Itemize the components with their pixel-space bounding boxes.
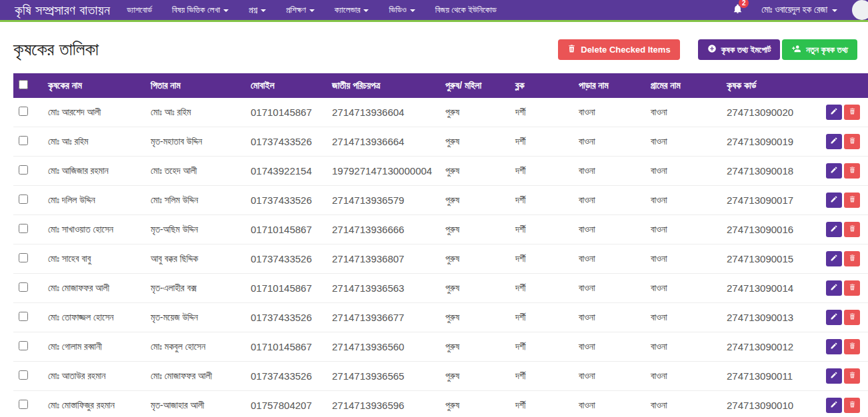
- delete-row-button[interactable]: [844, 251, 860, 266]
- top-navbar: কৃষি সম্প্রসারণ বাতায়ন ড্যাশবোর্ড বিষয়…: [0, 0, 868, 22]
- user-name: মোঃ ওবায়েদুল হক রেজা: [761, 5, 827, 15]
- farmer-card-cell: 274713090015: [721, 244, 817, 274]
- edit-row-button[interactable]: [826, 339, 842, 354]
- gender-cell: পুরুষ: [440, 362, 510, 391]
- mobile-cell: 01737433526: [245, 303, 327, 332]
- row-checkbox[interactable]: [19, 282, 28, 292]
- edit-row-button[interactable]: [826, 134, 842, 149]
- trash-icon: [849, 312, 856, 322]
- row-checkbox[interactable]: [19, 224, 28, 233]
- delete-row-button[interactable]: [844, 398, 860, 413]
- column-header: ব্লক: [510, 73, 573, 98]
- notifications-button[interactable]: 2: [733, 3, 743, 17]
- new-farmer-label: নতুন কৃষক তথ্য: [806, 45, 848, 55]
- para-cell: বাওনা: [573, 244, 645, 274]
- nav-item[interactable]: ভিডিও: [379, 5, 425, 15]
- trash-icon: [849, 254, 856, 264]
- nid-cell: 2714713936664: [327, 127, 440, 157]
- edit-row-button[interactable]: [826, 310, 842, 325]
- delete-row-button[interactable]: [844, 193, 860, 208]
- row-checkbox[interactable]: [19, 341, 28, 350]
- delete-row-button[interactable]: [844, 163, 860, 179]
- father-name-cell: মোঃ আঃ রহিম: [145, 98, 245, 127]
- table-row: মোঃ গোলাম রব্বানী মোঃ মকবুল হোসেন 017101…: [13, 332, 868, 362]
- row-select-cell: [13, 157, 43, 186]
- mobile-cell: 01710145867: [245, 98, 327, 127]
- gender-cell: পুরুষ: [440, 127, 510, 157]
- delete-row-button[interactable]: [844, 134, 860, 149]
- row-actions: [817, 215, 868, 244]
- delete-row-button[interactable]: [844, 105, 860, 120]
- row-checkbox[interactable]: [19, 253, 28, 262]
- para-cell: বাওনা: [573, 391, 645, 417]
- delete-row-button[interactable]: [844, 310, 860, 325]
- import-farmers-button[interactable]: কৃষক তথ্য ইমপোর্ট: [698, 39, 781, 60]
- edit-row-button[interactable]: [826, 398, 842, 413]
- edit-row-button[interactable]: [826, 163, 842, 179]
- trash-icon: [567, 44, 576, 55]
- row-checkbox[interactable]: [19, 107, 28, 116]
- user-menu[interactable]: মোঃ ওবায়েদুল হক রেজা: [761, 5, 837, 15]
- avatar[interactable]: [852, 0, 868, 20]
- column-header: গ্রামের নাম: [645, 73, 721, 98]
- mobile-cell: 01737433526: [245, 127, 327, 157]
- nav-item[interactable]: বিষয় ভিত্তিক লেখা: [162, 5, 239, 15]
- edit-row-button[interactable]: [826, 368, 842, 384]
- village-cell: বাওনা: [645, 391, 721, 417]
- row-checkbox[interactable]: [19, 400, 28, 409]
- chevron-down-icon: [309, 9, 315, 12]
- edit-row-button[interactable]: [826, 222, 842, 237]
- edit-row-button[interactable]: [826, 280, 842, 296]
- edit-row-button[interactable]: [826, 251, 842, 266]
- father-name-cell: মোঃ মকবুল হোসেন: [145, 332, 245, 362]
- new-farmer-button[interactable]: নতুন কৃষক তথ্য: [782, 39, 857, 60]
- row-checkbox[interactable]: [19, 165, 28, 175]
- edit-icon: [830, 283, 838, 293]
- table-row: মোঃ তোফাজ্জল হোসেন মৃত-ময়েজ উদ্দিন 0173…: [13, 303, 868, 332]
- column-header: পুরুষ/ মহিলা: [440, 73, 510, 98]
- edit-icon: [830, 400, 838, 410]
- farmer-card-cell: 274713090016: [721, 215, 817, 244]
- row-checkbox[interactable]: [19, 136, 28, 145]
- nid-cell: 2714713936560: [327, 332, 440, 362]
- table-row: মোঃ সাহেব বাবু আবু বক্কর ছিদ্দিক 0173743…: [13, 244, 868, 274]
- table-header-row: কৃষকের নামপিতার নামমোবাইলজাতীয় পরিচয়পত…: [13, 73, 868, 98]
- row-checkbox[interactable]: [19, 195, 28, 204]
- para-cell: বাওনা: [573, 274, 645, 303]
- row-checkbox[interactable]: [19, 312, 28, 321]
- edit-row-button[interactable]: [826, 105, 842, 120]
- mobile-cell: 01710145867: [245, 332, 327, 362]
- table-row: মোঃ আরশেদ আলী মোঃ আঃ রহিম 01710145867 27…: [13, 98, 868, 127]
- delete-checked-button[interactable]: Delete Checked Items: [558, 39, 679, 60]
- father-name-cell: মৃত-ময়েজ উদ্দিন: [145, 303, 245, 332]
- nid-cell: 2714713936677: [327, 303, 440, 332]
- nav-item[interactable]: প্রশ্ন: [239, 5, 276, 15]
- delete-row-button[interactable]: [844, 222, 860, 237]
- trash-icon: [849, 400, 856, 410]
- row-checkbox[interactable]: [19, 370, 28, 380]
- row-select-cell: [13, 332, 43, 362]
- select-all-checkbox[interactable]: [19, 80, 28, 89]
- gender-cell: পুরুষ: [440, 303, 510, 332]
- delete-row-button[interactable]: [844, 339, 860, 354]
- nav-item[interactable]: প্রশিক্ষণ: [276, 5, 325, 15]
- delete-row-button[interactable]: [844, 368, 860, 384]
- farmer-table-body: মোঃ আরশেদ আলী মোঃ আঃ রহিম 01710145867 27…: [13, 98, 868, 417]
- delete-row-button[interactable]: [844, 280, 860, 296]
- nid-cell: 2714713936807: [327, 244, 440, 274]
- row-actions: [817, 274, 868, 303]
- trash-icon: [849, 195, 856, 205]
- nav-item[interactable]: ড্যাশবোর্ড: [117, 5, 162, 15]
- row-select-cell: [13, 127, 43, 157]
- edit-icon: [830, 137, 838, 147]
- app-logo[interactable]: কৃষি সম্প্রসারণ বাতায়ন: [15, 3, 110, 18]
- farmer-name-cell: মোঃ সাহেব বাবু: [43, 244, 145, 274]
- gender-cell: পুরুষ: [440, 98, 510, 127]
- nav-item[interactable]: ক্যালেন্ডার: [325, 5, 379, 15]
- edit-row-button[interactable]: [826, 193, 842, 208]
- gender-cell: পুরুষ: [440, 391, 510, 417]
- column-header: পাড়ার নাম: [573, 73, 645, 98]
- farmer-card-cell: 274713090011: [721, 362, 817, 391]
- nav-item[interactable]: বিজয় থেকে ইউনিকোড: [425, 5, 507, 15]
- village-cell: বাওনা: [645, 186, 721, 215]
